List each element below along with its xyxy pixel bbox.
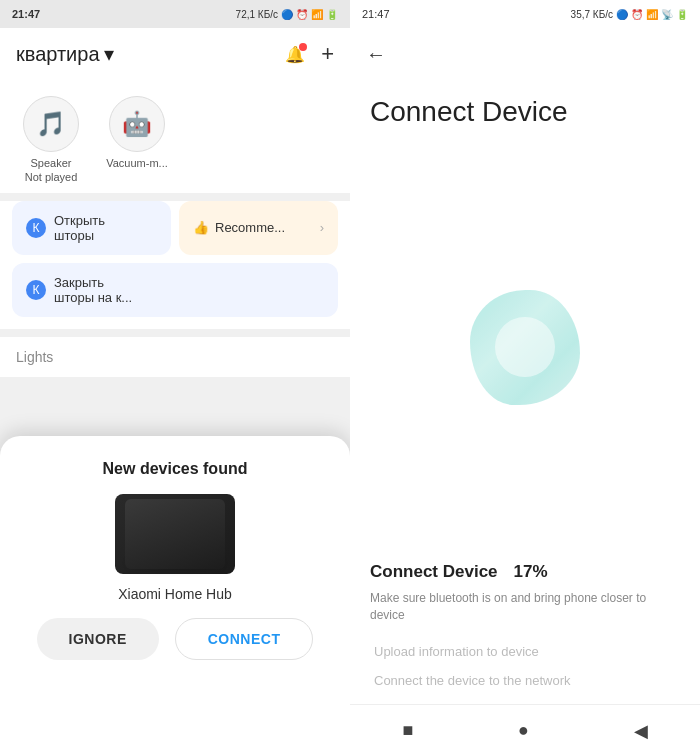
progress-percent: 17% [514, 562, 548, 582]
left-time: 21:47 [12, 8, 40, 20]
vacuum-icon: 🤖 [122, 110, 152, 138]
left-panel: 21:47 72,1 КБ/с 🔵 ⏰ 📶 🔋 квартира ▾ 🔔 + 🎵 [0, 0, 350, 756]
blob-shape [470, 290, 580, 405]
step-list: Upload information to device Connect the… [370, 644, 680, 688]
open-curtains-label: Открытьшторы [54, 213, 105, 243]
back-button[interactable]: ← [366, 43, 386, 66]
home-title: квартира [16, 43, 100, 66]
top-bar-icons: 🔔 + [285, 41, 334, 67]
devices-section: 🎵 SpeakerNot played 🤖 Vacuum-m... [0, 80, 350, 193]
right-nav-square-icon[interactable]: ■ [402, 720, 413, 741]
right-battery-icon: 🔋 [676, 9, 688, 20]
bluetooth-icon: 🔵 [281, 9, 293, 20]
right-top-bar: ← [350, 28, 700, 80]
recommend-btn[interactable]: 👍 Recomme... › [179, 201, 338, 255]
right-nav-back-icon[interactable]: ◀ [634, 720, 648, 742]
step-2-label: Connect the device to the network [374, 673, 571, 688]
notification-dot [299, 43, 307, 51]
modal-title: New devices found [103, 460, 248, 478]
progress-title-row: Connect Device 17% [370, 562, 680, 582]
step-1: Upload information to device [374, 644, 676, 659]
right-signal-icon: 📶 [646, 9, 658, 20]
progress-title: Connect Device [370, 562, 498, 582]
close-curtains-icon: К [26, 280, 46, 300]
right-alarm-icon: ⏰ [631, 9, 643, 20]
recommend-arrow: › [320, 220, 324, 235]
device-blob [455, 282, 595, 412]
lights-label: Lights [16, 349, 53, 365]
hub-image [115, 494, 235, 574]
ignore-button[interactable]: IGNORE [37, 618, 159, 660]
open-curtains-btn[interactable]: К Открытьшторы [12, 201, 171, 255]
left-status-icons: 72,1 КБ/с 🔵 ⏰ 📶 🔋 [236, 9, 338, 20]
modal-buttons: IGNORE CONNECT [20, 618, 330, 660]
blob-inner [495, 317, 555, 377]
chevron-icon: ▾ [104, 42, 114, 66]
vacuum-label: Vacuum-m... [106, 156, 168, 170]
left-status-bar: 21:47 72,1 КБ/с 🔵 ⏰ 📶 🔋 [0, 0, 350, 28]
connect-button[interactable]: CONNECT [175, 618, 314, 660]
open-curtains-icon: К [26, 218, 46, 238]
close-curtains-label: Закрытьшторы на к... [54, 275, 132, 305]
hub-name: Xiaomi Home Hub [118, 586, 232, 602]
right-status-bar: 21:47 35,7 КБ/с 🔵 ⏰ 📶 📡 🔋 [350, 0, 700, 28]
speaker-icon-circle: 🎵 [23, 96, 79, 152]
right-network-speed: 35,7 КБ/с [571, 9, 613, 20]
hub-body-shape [125, 499, 225, 569]
right-bottom-nav: ■ ● ◀ [350, 704, 700, 756]
progress-subtitle: Make sure bluetooth is on and bring phon… [370, 590, 680, 624]
step-1-label: Upload information to device [374, 644, 539, 659]
top-bar: квартира ▾ 🔔 + [0, 28, 350, 80]
speaker-label: SpeakerNot played [25, 156, 78, 185]
network-speed: 72,1 КБ/с [236, 9, 278, 20]
close-curtains-btn[interactable]: К Закрытьшторы на к... [12, 263, 338, 317]
right-nav-circle-icon[interactable]: ● [518, 720, 529, 741]
lights-section: Lights [0, 337, 350, 377]
recommend-label: Recomme... [215, 220, 285, 235]
right-bt-icon: 🔵 [616, 9, 628, 20]
step-2: Connect the device to the network [374, 673, 676, 688]
home-title-area[interactable]: квартира ▾ [16, 42, 114, 66]
device-vacuum[interactable]: 🤖 Vacuum-m... [102, 96, 172, 185]
right-wifi-icon: 📡 [661, 9, 673, 20]
device-illustration [350, 148, 700, 546]
recommend-icon: 👍 [193, 220, 209, 235]
actions-section: К Открытьшторы 👍 Recomme... › К Закрытьш… [0, 201, 350, 329]
new-devices-modal: New devices found Xiaomi Home Hub IGNORE… [0, 436, 350, 756]
notification-bell[interactable]: 🔔 [285, 45, 305, 64]
battery-icon: 🔋 [326, 9, 338, 20]
right-status-icons: 35,7 КБ/с 🔵 ⏰ 📶 📡 🔋 [571, 9, 688, 20]
add-icon[interactable]: + [321, 41, 334, 67]
device-speaker[interactable]: 🎵 SpeakerNot played [16, 96, 86, 185]
signal-icon: 📶 [311, 9, 323, 20]
vacuum-icon-circle: 🤖 [109, 96, 165, 152]
right-panel: 21:47 35,7 КБ/с 🔵 ⏰ 📶 📡 🔋 ← Connect Devi… [350, 0, 700, 756]
alarm-icon: ⏰ [296, 9, 308, 20]
connect-progress-section: Connect Device 17% Make sure bluetooth i… [350, 546, 700, 704]
right-time: 21:47 [362, 8, 390, 20]
speaker-icon: 🎵 [36, 110, 66, 138]
connect-page-title: Connect Device [350, 80, 700, 148]
